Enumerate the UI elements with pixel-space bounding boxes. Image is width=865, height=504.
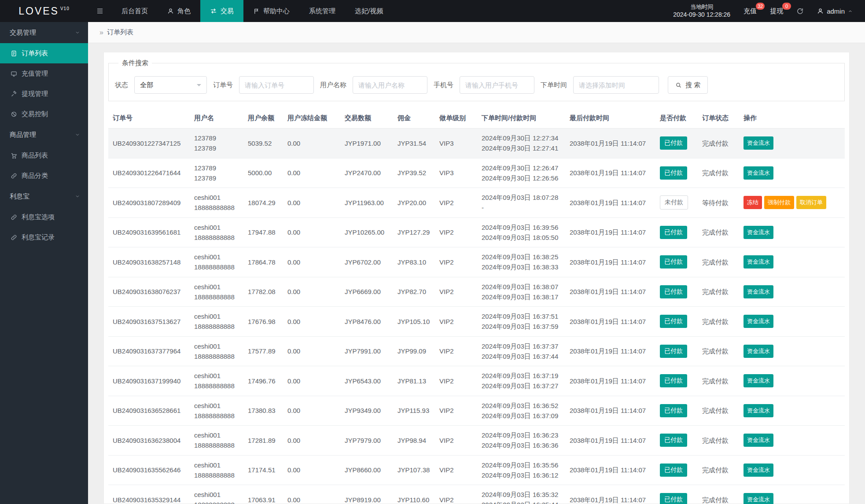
sidebar-group-interest-treasure[interactable]: 利息宝 (0, 186, 88, 207)
chevron-down-icon (197, 84, 201, 88)
sidebar-item-interest-records[interactable]: 利息宝记录 (0, 227, 88, 247)
cell-balance: 17063.91 (243, 485, 283, 504)
sidebar-item-order-list[interactable]: 订单列表 (0, 43, 88, 63)
cell-user: 123789123789 (190, 129, 243, 158)
topbar-right: 当地时间 2024-09-30 12:28:26 充值 32 提现 0 ad (673, 0, 865, 22)
cell-order-time: 2024年09月03日 16:37:192024年09月03日 16:37:27 (477, 366, 565, 396)
topbar: LOVES V10 后台首页 角色 交易 (0, 0, 865, 22)
sidebar-item-withdraw-management[interactable]: 提现管理 (0, 84, 88, 104)
cell-status: 完成付款 (698, 247, 739, 277)
recharge-link[interactable]: 充值 32 (744, 7, 757, 15)
cell-commission: JYP31.54 (393, 129, 435, 158)
table-row: UB2409031807289409ceshi00118888888888180… (108, 188, 845, 218)
action-fund-flow-button[interactable]: 资金流水 (744, 315, 773, 328)
action-fund-flow-button[interactable]: 资金流水 (744, 404, 773, 417)
action-fund-flow-button[interactable]: 资金流水 (744, 255, 773, 269)
cell-status: 完成付款 (698, 396, 739, 426)
menu-toggle-button[interactable] (88, 0, 112, 22)
cell-balance: 17947.88 (243, 217, 283, 247)
nav-item-trade[interactable]: 交易 (200, 0, 243, 22)
cell-order-no: UB2409031635562646 (108, 455, 190, 485)
cell-pay-badge: 已付款 (655, 366, 698, 396)
link-icon (11, 214, 17, 221)
action-fund-flow-button[interactable]: 资金流水 (744, 136, 773, 150)
cell-frozen: 0.00 (283, 366, 340, 396)
cell-status: 完成付款 (698, 307, 739, 337)
cell-level: VIP3 (435, 158, 477, 188)
cell-amount: JYP7991.00 (340, 336, 393, 366)
cell-status: 完成付款 (698, 336, 739, 366)
search-button[interactable]: 搜 索 (668, 76, 708, 94)
nav-item-roles[interactable]: 角色 (158, 0, 200, 22)
refresh-button[interactable] (796, 7, 804, 15)
cell-last-pay-time: 2038年01月19日 11:14:07 (565, 485, 655, 504)
action-fund-flow-button[interactable]: 资金流水 (744, 345, 773, 358)
phone-input[interactable] (460, 76, 534, 94)
control-icon (11, 111, 17, 118)
cell-actions: 资金流水 (739, 426, 845, 456)
user-icon (817, 8, 824, 15)
cell-level: VIP2 (435, 366, 477, 396)
cell-pay-badge: 已付款 (655, 307, 698, 337)
cell-order-no: UB2409301226471644 (108, 158, 190, 188)
action-force-pay-button[interactable]: 强制付款 (764, 196, 794, 209)
nav-item-help-center[interactable]: 帮助中心 (243, 0, 299, 22)
paid-badge: 已付款 (660, 255, 687, 269)
cell-order-no: UB2409031637199940 (108, 366, 190, 396)
page-title: 订单列表 (107, 28, 133, 37)
cell-user: ceshi00118888888888 (190, 485, 243, 504)
action-fund-flow-button[interactable]: 资金流水 (744, 374, 773, 387)
cell-level: VIP2 (435, 485, 477, 504)
withdraw-link[interactable]: 提现 0 (770, 7, 783, 15)
paid-badge: 已付款 (660, 315, 687, 328)
table-row: UB2409031636528661ceshi00118888888888173… (108, 396, 845, 426)
unpaid-badge: 未付款 (660, 195, 688, 210)
order-time-input[interactable] (573, 76, 659, 94)
action-cancel-order-button[interactable]: 取消订单 (796, 196, 826, 209)
cell-pay-badge: 已付款 (655, 129, 698, 158)
cell-status: 完成付款 (698, 455, 739, 485)
cell-level: VIP2 (435, 455, 477, 485)
order-no-input[interactable] (239, 76, 314, 94)
cell-actions: 资金流水 (739, 247, 845, 277)
column-header: 做单级别 (435, 108, 477, 129)
user-name-label: 用户名称 (320, 81, 346, 89)
action-fund-flow-button[interactable]: 资金流水 (744, 226, 773, 239)
nav-item-video[interactable]: 选妃/视频 (345, 0, 393, 22)
column-header: 用户冻结金额 (283, 108, 340, 129)
cell-user: ceshi00118888888888 (190, 307, 243, 337)
nav-item-dashboard[interactable]: 后台首页 (112, 0, 158, 22)
user-menu[interactable]: admin (817, 7, 853, 15)
cell-pay-badge: 已付款 (655, 158, 698, 188)
sidebar-group-trade-management[interactable]: 交易管理 (0, 22, 88, 43)
action-fund-flow-button[interactable]: 资金流水 (744, 434, 773, 447)
cell-order-no: UB2409031807289409 (108, 188, 190, 218)
sidebar-group-product-management[interactable]: 商品管理 (0, 124, 88, 145)
content-area: 条件搜索 状态 全部 订单号 用户名称 手机号 下单时间 (88, 43, 865, 504)
cell-frozen: 0.00 (283, 129, 340, 158)
sidebar-item-product-list[interactable]: 商品列表 (0, 145, 88, 166)
sidebar-item-recharge-management[interactable]: 充值管理 (0, 63, 88, 84)
user-name-input[interactable] (353, 76, 427, 94)
cell-order-time: 2024年09月30日 12:27:342024年09月30日 12:27:41 (477, 129, 565, 158)
nav-item-system[interactable]: 系统管理 (299, 0, 345, 22)
action-fund-flow-button[interactable]: 资金流水 (744, 285, 773, 298)
cell-order-time: 2024年09月03日 16:38:072024年09月03日 16:38:17 (477, 277, 565, 307)
cell-frozen: 0.00 (283, 455, 340, 485)
action-fund-flow-button[interactable]: 资金流水 (744, 464, 773, 477)
cell-pay-badge: 已付款 (655, 485, 698, 504)
paid-badge: 已付款 (660, 136, 687, 150)
column-header: 下单时间/付款时间 (477, 108, 565, 129)
action-fund-flow-button[interactable]: 资金流水 (744, 493, 773, 504)
cell-order-no: UB2409301227347125 (108, 129, 190, 158)
cell-commission: JYP82.70 (393, 277, 435, 307)
status-select[interactable]: 全部 (134, 76, 207, 94)
sidebar-item-trade-control[interactable]: 交易控制 (0, 104, 88, 124)
action-freeze-button[interactable]: 冻结 (744, 196, 762, 209)
sidebar-item-product-category[interactable]: 商品分类 (0, 166, 88, 186)
sidebar-item-interest-options[interactable]: 利息宝选项 (0, 207, 88, 227)
action-fund-flow-button[interactable]: 资金流水 (744, 166, 773, 180)
cell-commission: JYP107.38 (393, 455, 435, 485)
cell-status: 完成付款 (698, 426, 739, 456)
cell-actions: 资金流水 (739, 366, 845, 396)
